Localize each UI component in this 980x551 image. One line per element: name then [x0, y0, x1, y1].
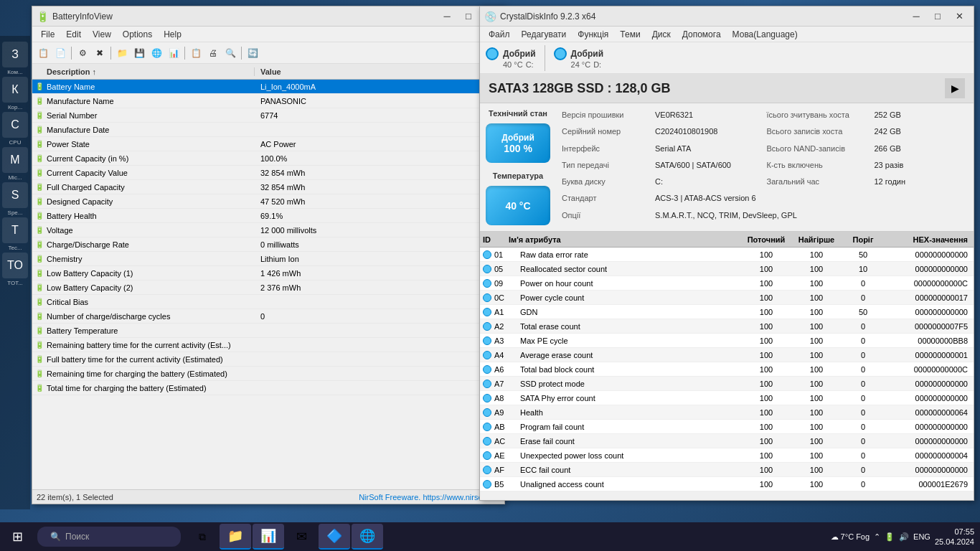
start-button[interactable]: ⊞: [0, 522, 34, 551]
taskbar-volume[interactable]: 🔊: [899, 532, 909, 542]
crystal-menu-function[interactable]: Функція: [572, 28, 614, 41]
menu-options[interactable]: Options: [117, 28, 158, 41]
disk-c-selector[interactable]: Добрий 40 °C C:: [486, 47, 536, 69]
menu-help[interactable]: Help: [158, 28, 187, 41]
toolbar-btn-refresh[interactable]: 🔄: [245, 45, 260, 61]
sidebar-icon-4[interactable]: M: [2, 147, 28, 173]
toolbar-btn-print[interactable]: 🖨: [205, 45, 221, 61]
taskbar-explorer[interactable]: 📁: [220, 524, 251, 550]
smart-row[interactable]: 05Reallocated sector count10010010000000…: [480, 262, 974, 276]
smart-row[interactable]: ACErase fail count1001000000000000000: [480, 434, 974, 448]
toolbar-btn-delete[interactable]: ✖: [92, 45, 108, 61]
taskbar-lang[interactable]: ENG: [913, 532, 930, 541]
toolbar-btn-save[interactable]: 💾: [131, 45, 147, 61]
crystal-minimize-button[interactable]: ─: [906, 8, 926, 25]
battery-row[interactable]: 🔋Critical Bias: [32, 295, 504, 309]
toolbar-btn-export-csv[interactable]: 📊: [166, 45, 182, 61]
disk-next-button[interactable]: ▶: [945, 78, 965, 98]
crystal-menu-help[interactable]: Допомога: [677, 28, 727, 41]
menu-file[interactable]: File: [35, 28, 60, 41]
toolbar-btn-open[interactable]: 📁: [114, 45, 130, 61]
smart-row[interactable]: A9Health1001000000000000064: [480, 405, 974, 420]
taskbar-app2[interactable]: 🔷: [319, 524, 350, 550]
battery-row[interactable]: 🔋Remaining time for charging the battery…: [32, 367, 504, 381]
battery-row[interactable]: 🔋Full Charged Capacity32 854 mWh: [32, 180, 504, 194]
toolbar-btn-copy[interactable]: 📋: [188, 45, 204, 61]
smart-row[interactable]: A8SATA Phy error count100100000000000000…: [480, 391, 974, 405]
taskbar-notification[interactable]: ⌃: [874, 532, 880, 542]
smart-row[interactable]: 0CPower cycle count1001000000000000017: [480, 291, 974, 305]
col-value-header[interactable]: Value: [255, 67, 504, 76]
toolbar-btn-preview[interactable]: 🔍: [222, 45, 238, 61]
smart-worst: 100: [791, 351, 842, 359]
crystal-menu-edit[interactable]: Редагувати: [516, 28, 573, 41]
battery-row[interactable]: 🔋Manufacture Date: [32, 123, 504, 137]
smart-row[interactable]: A7SSD protect mode1001000000000000000: [480, 377, 974, 391]
battery-row[interactable]: 🔋Low Battery Capacity (1)1 426 mWh: [32, 266, 504, 281]
battery-row[interactable]: 🔋Current Capacity Value32 854 mWh: [32, 166, 504, 180]
taskbar-app3[interactable]: 🌐: [352, 524, 383, 550]
battery-row[interactable]: 🔋Remaining battery time for the current …: [32, 338, 504, 352]
smart-row[interactable]: 01Raw data error rate1001005000000000000…: [480, 248, 974, 262]
taskbar-multidesktop[interactable]: ⧉: [187, 524, 218, 550]
sidebar-icon-5[interactable]: S: [2, 182, 28, 208]
smart-row[interactable]: AEUnexpected power loss count10010000000…: [480, 448, 974, 463]
smart-worst: 100: [791, 437, 842, 446]
battery-row[interactable]: 🔋Low Battery Capacity (2)2 376 mWh: [32, 281, 504, 295]
battery-row[interactable]: 🔋Battery NameLi_Ion_4000mA: [32, 80, 504, 94]
smart-row[interactable]: A6Total bad block count10010000000000000…: [480, 362, 974, 377]
menu-edit[interactable]: Edit: [60, 28, 87, 41]
smart-name: SSD protect mode: [520, 380, 741, 388]
battery-row[interactable]: 🔋Total time for charging the battery (Es…: [32, 381, 504, 395]
sidebar-icon-1[interactable]: З: [2, 42, 28, 67]
battery-row[interactable]: 🔋Charge/Discharge Rate0 milliwatts: [32, 237, 504, 252]
battery-row[interactable]: 🔋Manufacture NamePANASONIC: [32, 94, 504, 108]
crystal-maximize-button[interactable]: □: [928, 8, 948, 25]
crystal-close-button[interactable]: ✕: [949, 8, 969, 25]
toolbar-btn-settings[interactable]: ⚙: [75, 45, 90, 61]
row-battery-icon: 🔋: [32, 80, 47, 94]
maximize-button[interactable]: □: [458, 8, 479, 25]
sidebar-icon-3[interactable]: C: [2, 112, 28, 138]
smart-row[interactable]: ABProgram fail count1001000000000000000: [480, 420, 974, 434]
minimize-button[interactable]: ─: [437, 8, 457, 25]
taskbar-search[interactable]: 🔍 Поиск: [37, 527, 181, 547]
smart-row[interactable]: A4Average erase count1001000000000000001: [480, 348, 974, 362]
smart-row[interactable]: A2Total erase count10010000000000007F5: [480, 319, 974, 334]
crystal-menu-themes[interactable]: Теми: [614, 28, 646, 41]
battery-row[interactable]: 🔋Serial Number6774: [32, 108, 504, 123]
crystal-menu-disk[interactable]: Диск: [646, 28, 677, 41]
battery-row[interactable]: 🔋Voltage12 000 millivolts: [32, 223, 504, 237]
sidebar-icon-7[interactable]: TO: [2, 253, 28, 278]
toolbar-btn-export-html[interactable]: 🌐: [149, 45, 164, 61]
toolbar-btn-new[interactable]: 📄: [52, 45, 68, 61]
smart-worst: 100: [791, 308, 842, 316]
battery-row[interactable]: 🔋Battery Health69.1%: [32, 209, 504, 223]
battery-row[interactable]: 🔋Power StateAC Power: [32, 137, 504, 151]
smart-row[interactable]: 09Power on hour count100100000000000000C: [480, 276, 974, 291]
battery-row[interactable]: 🔋Full battery time for the current activ…: [32, 352, 504, 367]
sidebar-icon-6[interactable]: T: [2, 217, 28, 243]
row-battery-icon: 🔋: [32, 252, 47, 266]
taskbar-time-date[interactable]: 07:55 25.04.2024: [935, 527, 974, 547]
sidebar-icon-2[interactable]: К: [2, 77, 28, 103]
disk-d-selector[interactable]: Добрий 24 °C D:: [554, 47, 604, 69]
taskbar-mail[interactable]: ✉: [286, 524, 317, 550]
battery-row[interactable]: 🔋Designed Capacity47 520 mWh: [32, 194, 504, 209]
smart-row[interactable]: A1GDN10010050000000000000: [480, 305, 974, 319]
crystal-menu-language[interactable]: Мова(Language): [727, 28, 804, 41]
crystal-menu-file[interactable]: Файл: [483, 28, 516, 41]
disk-c-temp: 40 °C: [503, 60, 523, 69]
smart-threshold: 0: [842, 408, 885, 417]
smart-row[interactable]: A3Max PE cycle100100000000000BB8: [480, 334, 974, 348]
smart-row[interactable]: B5Unaligned access count1001000000001E26…: [480, 477, 974, 491]
battery-row[interactable]: 🔋ChemistryLithium Ion: [32, 252, 504, 266]
menu-view[interactable]: View: [87, 28, 117, 41]
toolbar-btn-properties[interactable]: 📋: [35, 45, 51, 61]
battery-row[interactable]: 🔋Battery Temperature: [32, 324, 504, 338]
taskbar-app1[interactable]: 📊: [253, 524, 284, 550]
battery-row[interactable]: 🔋Number of charge/discharge cycles0: [32, 309, 504, 324]
col-description-header[interactable]: Description ↑: [32, 67, 255, 76]
smart-row[interactable]: AFECC fail count1001000000000000000: [480, 463, 974, 477]
battery-row[interactable]: 🔋Current Capacity (in %)100.0%: [32, 151, 504, 166]
